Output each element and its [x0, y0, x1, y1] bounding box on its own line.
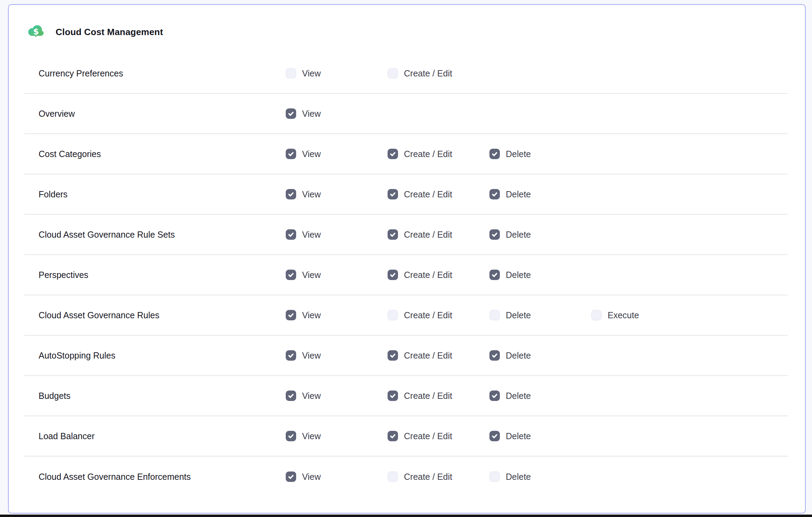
permission-label: Delete — [506, 472, 531, 482]
permission-cell-delete: Delete — [489, 270, 591, 280]
checkbox-delete[interactable] — [489, 310, 500, 320]
checkbox-view[interactable] — [286, 391, 296, 401]
permission-cell-delete: Delete — [489, 471, 591, 482]
permission-cell-view: View — [286, 350, 388, 361]
checkbox-create-edit[interactable] — [388, 189, 398, 199]
checkbox-create-edit[interactable] — [388, 471, 398, 482]
permission-label: View — [302, 68, 321, 79]
permission-label: View — [302, 230, 321, 240]
permission-label: Delete — [506, 431, 531, 441]
resource-label: Currency Preferences — [39, 68, 286, 79]
checkbox-view[interactable] — [286, 310, 296, 320]
resource-label: Load Balancer — [39, 431, 286, 441]
permission-label: View — [302, 472, 321, 482]
checkbox-view[interactable] — [286, 149, 296, 159]
module-title: Cloud Cost Management — [56, 27, 163, 38]
permission-row: Cost CategoriesViewCreate / EditDelete — [24, 134, 788, 174]
permission-cell-delete: Delete — [489, 229, 591, 240]
permission-row: FoldersViewCreate / EditDelete — [24, 174, 788, 215]
checkbox-create-edit[interactable] — [388, 68, 398, 79]
permission-label: Create / Edit — [404, 68, 452, 79]
permission-cell-view: View — [286, 310, 388, 320]
permission-row: OverviewView — [24, 94, 788, 134]
permission-cell-create-edit: Create / Edit — [388, 310, 489, 320]
resource-label: Cloud Asset Governance Rule Sets — [39, 230, 286, 240]
cloud-dollar-icon: $ — [27, 24, 45, 40]
permission-label: View — [302, 391, 321, 401]
permission-cell-delete: Delete — [489, 310, 591, 320]
permission-row: PerspectivesViewCreate / EditDelete — [24, 255, 788, 295]
checkbox-delete[interactable] — [489, 431, 500, 441]
checkbox-delete[interactable] — [489, 229, 500, 240]
permission-row: Cloud Asset Governance RulesViewCreate /… — [24, 295, 788, 336]
permission-cell-execute: Execute — [591, 310, 693, 320]
permission-label: View — [302, 149, 321, 159]
checkbox-view[interactable] — [286, 108, 296, 119]
checkbox-view[interactable] — [286, 229, 296, 240]
checkbox-create-edit[interactable] — [388, 391, 398, 401]
permission-label: Delete — [506, 391, 531, 401]
checkbox-create-edit[interactable] — [388, 310, 398, 320]
checkbox-create-edit[interactable] — [388, 229, 398, 240]
permission-label: Delete — [506, 230, 531, 240]
checkbox-view[interactable] — [286, 350, 296, 361]
checkbox-create-edit[interactable] — [388, 350, 398, 361]
resource-label: Overview — [39, 109, 286, 119]
permission-cell-view: View — [286, 189, 388, 199]
permission-cell-delete: Delete — [489, 149, 591, 159]
checkbox-view[interactable] — [286, 68, 296, 79]
permission-cell-delete: Delete — [489, 431, 591, 441]
permission-label: Execute — [608, 310, 639, 320]
permission-cell-view: View — [286, 108, 388, 119]
permission-cell-create-edit: Create / Edit — [388, 270, 489, 280]
permission-label: Create / Edit — [404, 230, 452, 240]
checkbox-create-edit[interactable] — [388, 149, 398, 159]
permission-cell-create-edit: Create / Edit — [388, 189, 489, 199]
permission-row: Load BalancerViewCreate / EditDelete — [24, 416, 788, 457]
permission-row: AutoStopping RulesViewCreate / EditDelet… — [24, 336, 788, 376]
permission-label: View — [302, 310, 321, 320]
permission-cell-view: View — [286, 391, 388, 401]
checkbox-view[interactable] — [286, 431, 296, 441]
permission-label: Create / Edit — [404, 431, 452, 441]
permission-cell-view: View — [286, 431, 388, 441]
checkbox-delete[interactable] — [489, 149, 500, 159]
svg-text:$: $ — [33, 27, 39, 36]
permission-label: View — [302, 189, 321, 199]
permission-label: Create / Edit — [404, 189, 452, 199]
permission-row: Cloud Asset Governance EnforcementsViewC… — [24, 457, 788, 497]
bottom-edge-bar — [0, 515, 812, 517]
permission-cell-view: View — [286, 229, 388, 240]
permission-row: BudgetsViewCreate / EditDelete — [24, 376, 788, 416]
permission-label: Delete — [506, 351, 531, 361]
permission-cell-delete: Delete — [489, 391, 591, 401]
checkbox-execute[interactable] — [591, 310, 602, 320]
permission-cell-view: View — [286, 471, 388, 482]
permission-label: View — [302, 431, 321, 441]
checkbox-delete[interactable] — [489, 270, 500, 280]
resource-label: AutoStopping Rules — [39, 351, 286, 361]
permission-cell-create-edit: Create / Edit — [388, 68, 489, 79]
resource-label: Cloud Asset Governance Rules — [39, 310, 286, 320]
permission-cell-create-edit: Create / Edit — [388, 471, 489, 482]
checkbox-create-edit[interactable] — [388, 431, 398, 441]
checkbox-delete[interactable] — [489, 391, 500, 401]
resource-label: Folders — [39, 189, 286, 199]
permission-cell-create-edit: Create / Edit — [388, 149, 489, 159]
checkbox-view[interactable] — [286, 471, 296, 482]
checkbox-delete[interactable] — [489, 350, 500, 361]
permission-label: Create / Edit — [404, 351, 452, 361]
permissions-panel: $ Cloud Cost Management Currency Prefere… — [8, 4, 806, 514]
permission-label: Delete — [506, 189, 531, 199]
checkbox-view[interactable] — [286, 270, 296, 280]
checkbox-create-edit[interactable] — [388, 270, 398, 280]
permission-cell-create-edit: Create / Edit — [388, 431, 489, 441]
permission-cell-delete: Delete — [489, 189, 591, 199]
permission-label: View — [302, 109, 321, 119]
permission-label: Delete — [506, 310, 531, 320]
resource-label: Cloud Asset Governance Enforcements — [39, 472, 286, 482]
checkbox-delete[interactable] — [489, 189, 500, 199]
checkbox-view[interactable] — [286, 189, 296, 199]
checkbox-delete[interactable] — [489, 471, 500, 482]
permission-label: Delete — [506, 270, 531, 280]
